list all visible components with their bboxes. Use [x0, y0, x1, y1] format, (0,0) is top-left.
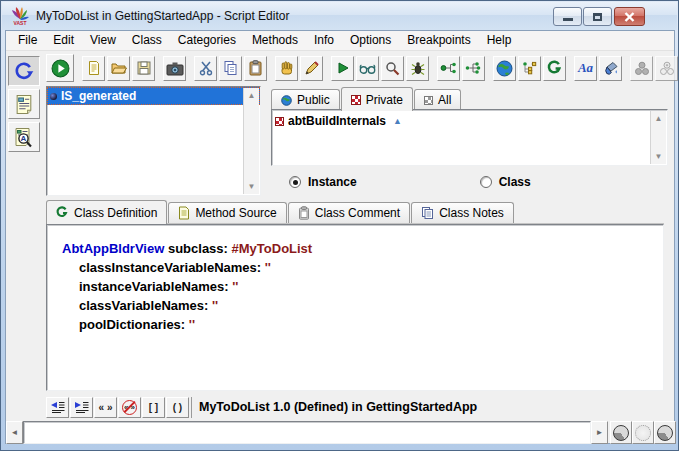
status-text: MyToDoList 1.0 (Defined) in GettingStart…	[199, 400, 477, 414]
screenshot-button[interactable]	[163, 56, 186, 81]
run-button[interactable]	[46, 54, 74, 82]
menu-methods[interactable]: Methods	[244, 31, 306, 50]
parens-button[interactable]: ( )	[166, 397, 189, 418]
menu-options[interactable]: Options	[342, 31, 399, 50]
pie-indicator-icon	[613, 425, 629, 441]
indent-icon	[74, 400, 90, 414]
menu-breakpoints[interactable]: Breakpoints	[399, 31, 478, 50]
tab-class-notes[interactable]: Class Notes	[411, 202, 514, 223]
tab-class-comment[interactable]: Class Comment	[288, 202, 410, 223]
scroll-down-icon[interactable]: ▼	[651, 149, 666, 164]
copy-icon	[223, 60, 238, 76]
browse-script-icon: A	[14, 127, 34, 148]
menu-categories[interactable]: Categories	[170, 31, 244, 50]
open-button[interactable]	[107, 56, 130, 81]
paste-button[interactable]	[244, 56, 267, 81]
scroll-up-icon[interactable]: ▲	[651, 111, 666, 126]
menu-file[interactable]: File	[10, 31, 45, 50]
tab-public[interactable]: Public	[271, 89, 340, 110]
save-button[interactable]	[132, 56, 155, 81]
tab-all[interactable]: All	[414, 89, 461, 110]
method-item[interactable]: abtBuildInternals ▲	[272, 112, 667, 130]
code-string: ''	[265, 260, 271, 275]
message-area[interactable]	[23, 421, 591, 444]
methods-list-scrollbar[interactable]: ▲ ▼	[650, 111, 666, 164]
copy-button[interactable]	[219, 56, 242, 81]
group-outline-button[interactable]	[655, 56, 678, 81]
method-label: abtBuildInternals	[288, 114, 386, 128]
browse-script-button[interactable]: A	[8, 122, 40, 152]
divider	[191, 397, 192, 418]
brackets-button[interactable]: [ ]	[142, 397, 165, 418]
pen-button[interactable]	[300, 56, 323, 81]
new-script-button[interactable]	[82, 56, 105, 81]
indent-button[interactable]	[70, 397, 93, 418]
script-page-button[interactable]	[8, 89, 40, 119]
menu-help[interactable]: Help	[479, 31, 520, 50]
outdent-icon	[50, 400, 66, 414]
code-superclass: AbtAppBldrView	[62, 241, 164, 256]
class-definition-button[interactable]	[543, 56, 566, 81]
run-icon	[51, 59, 70, 78]
process-indicator-3[interactable]	[654, 421, 676, 444]
tab-class-definition[interactable]: Class Definition	[46, 200, 167, 224]
clipboard-icon	[248, 60, 263, 76]
menu-view[interactable]: View	[82, 31, 124, 50]
brackets-icon: [ ]	[149, 402, 158, 413]
side-toolbar: A	[8, 56, 44, 155]
inspect-button[interactable]	[381, 56, 404, 81]
process-indicator-2[interactable]	[632, 421, 654, 444]
scroll-down-icon[interactable]: ▼	[244, 179, 259, 194]
scroll-left-button[interactable]: ◄	[6, 421, 23, 444]
hand-button[interactable]	[275, 56, 298, 81]
tab-method-source[interactable]: Method Source	[168, 202, 286, 223]
radio-instance-label: Instance	[308, 175, 357, 189]
execute-button[interactable]	[331, 56, 354, 81]
tree-collapse-button[interactable]	[437, 56, 460, 81]
code-keyword: subclass:	[164, 241, 231, 256]
paint-bucket-icon	[603, 61, 619, 76]
list-item[interactable]: IS_generated	[47, 87, 260, 105]
radio-unselected-icon	[480, 176, 492, 188]
font-button[interactable]: Aa	[574, 56, 597, 81]
parts-list-scrollbar[interactable]: ▲ ▼	[243, 88, 259, 194]
code-editor[interactable]: AbtAppBldrView subclass: #MyToDoList cla…	[46, 224, 664, 391]
fill-color-button[interactable]	[599, 56, 622, 81]
debug-button[interactable]	[406, 56, 429, 81]
cut-button[interactable]	[194, 56, 217, 81]
scroll-right-button[interactable]: ►	[591, 421, 608, 444]
radio-class[interactable]: Class	[480, 175, 531, 189]
menu-class[interactable]: Class	[124, 31, 170, 50]
no-quotes-button[interactable]: « »	[118, 397, 141, 418]
code-string: ''	[189, 317, 195, 332]
browse-button[interactable]	[356, 56, 379, 81]
radio-instance[interactable]: Instance	[289, 175, 357, 189]
parts-list[interactable]: IS_generated ▲ ▼	[46, 86, 261, 196]
quotes-icon: « »	[99, 402, 113, 413]
outdent-button[interactable]	[46, 397, 69, 418]
tab-private[interactable]: Private	[341, 87, 413, 111]
scroll-up-icon[interactable]: ▲	[244, 88, 259, 103]
code-line: instanceVariableNames: ''	[79, 277, 659, 296]
minimize-button[interactable]	[553, 7, 582, 26]
bug-icon	[410, 60, 426, 76]
refresh-cycle-button[interactable]	[8, 56, 40, 86]
menu-info[interactable]: Info	[306, 31, 342, 50]
methods-list[interactable]: abtBuildInternals ▲ ▲ ▼	[271, 109, 668, 166]
close-button[interactable]	[614, 7, 645, 26]
maximize-button[interactable]	[583, 7, 612, 26]
part-label: IS_generated	[61, 89, 136, 103]
code-string: ''	[212, 298, 218, 313]
private-method-icon	[275, 117, 284, 126]
process-indicator-1[interactable]	[610, 421, 632, 444]
code-symbol: #MyToDoList	[232, 241, 313, 256]
tab-all-label: All	[438, 93, 451, 107]
tree-expand-icon	[465, 61, 482, 75]
tree-expand-button[interactable]	[462, 56, 485, 81]
parts-hierarchy-button[interactable]	[518, 56, 541, 81]
menu-edit[interactable]: Edit	[45, 31, 82, 50]
web-button[interactable]	[493, 56, 516, 81]
quotes-button[interactable]: « »	[94, 397, 117, 418]
group-filled-button[interactable]	[630, 56, 653, 81]
main-toolbar: Aa	[46, 53, 678, 83]
